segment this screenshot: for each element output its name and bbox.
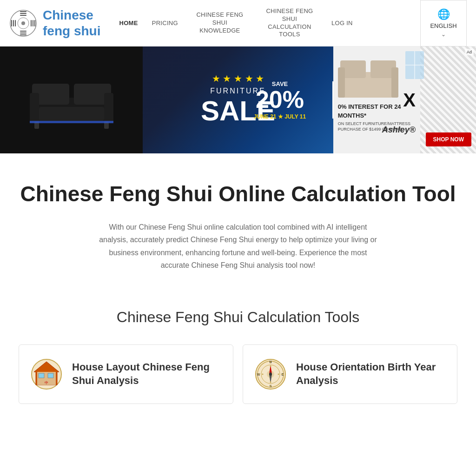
chevron-down-icon: ⌄ [441, 31, 446, 38]
svg-rect-37 [48, 373, 53, 378]
house-layout-icon: 中 [30, 358, 63, 390]
svg-text:中: 中 [45, 381, 48, 385]
ad-tag: Ad [465, 49, 474, 55]
svg-rect-27 [338, 67, 345, 98]
ad-left-image [0, 46, 143, 153]
ad-banner: ★ ★ ★ ★ ★ FURNITURE SALE SAVE 20% JUNE 2… [0, 46, 476, 153]
tool-house-layout-title: House Layout Chinese Feng Shui Analysis [72, 361, 222, 387]
nav-home[interactable]: HOME [119, 20, 138, 26]
compass-icon: N S W E [254, 358, 287, 390]
tool-card-orientation[interactable]: N S W E House Orientation Birth Year [243, 344, 457, 404]
exchange-badge: X [403, 90, 416, 111]
nav-knowledge[interactable]: CHINESE FENG SHUI KNOWLEDGE [192, 11, 248, 35]
svg-rect-28 [391, 67, 398, 98]
tools-grid: 中 House Layout Chinese Feng Shui Analysi… [19, 344, 457, 404]
save-area: SAVE 20% JUNE 21 ★ JULY 11 [243, 80, 317, 120]
svg-point-2 [21, 21, 25, 25]
globe-icon: 🌐 [437, 8, 450, 20]
tool-card-house-layout[interactable]: 中 House Layout Chinese Feng Shui Analysi… [19, 344, 233, 404]
tools-section: Chinese Feng Shui Calculation Tools 中 Ho… [0, 290, 476, 413]
svg-rect-18 [30, 93, 39, 123]
nav-tools[interactable]: CHINESE FENG SHUI CALCULATION TOOLS [262, 7, 317, 39]
main-content: Chinese Feng Shui Online Calculation Too… [0, 153, 476, 290]
logo[interactable]: Chinese feng shui [9, 7, 100, 39]
svg-point-55 [278, 373, 279, 375]
svg-rect-23 [30, 121, 113, 123]
svg-point-57 [262, 373, 264, 375]
main-title: Chinese Feng Shui Online Calculation Too… [9, 181, 467, 207]
nav-pricing[interactable]: PRICING [152, 20, 178, 26]
svg-rect-36 [39, 373, 44, 378]
navbar: Chinese feng shui HOME PRICING CHINESE F… [0, 0, 476, 46]
brand-label: Ashley® [382, 125, 416, 135]
svg-rect-20 [39, 107, 104, 121]
ad-right-image: 0% INTEREST FOR 24 MONTHS* ON SELECT FUR… [333, 46, 476, 153]
svg-rect-19 [104, 93, 113, 123]
nav-links: HOME PRICING CHINESE FENG SHUI KNOWLEDGE… [119, 7, 352, 39]
logo-icon [9, 9, 37, 37]
svg-point-56 [270, 381, 271, 383]
svg-point-54 [270, 365, 271, 367]
language-label: ENGLISH [430, 22, 456, 29]
nav-login[interactable]: LOG IN [331, 20, 353, 26]
language-button[interactable]: 🌐 ENGLISH ⌄ [420, 0, 467, 46]
main-description: With our Chinese Feng Shui online calcul… [99, 221, 377, 271]
logo-text: Chinese feng shui [43, 7, 100, 39]
tool-orientation-title: House Orientation Birth Year Analysis [296, 361, 446, 387]
svg-point-53 [269, 373, 272, 376]
shop-now-button[interactable]: SHOP NOW [426, 132, 471, 146]
tools-title: Chinese Feng Shui Calculation Tools [19, 309, 457, 326]
